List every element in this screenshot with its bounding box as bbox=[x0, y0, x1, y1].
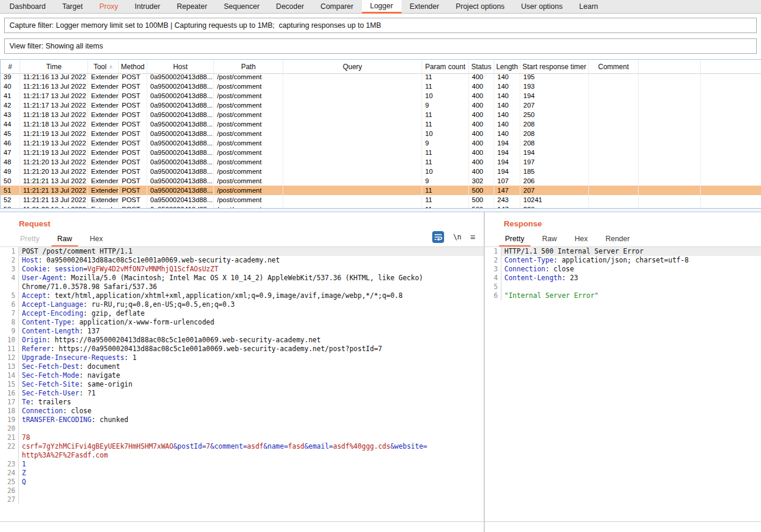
code-line[interactable]: 14Sec-Fetch-Mode: navigate bbox=[0, 371, 484, 380]
code-line[interactable]: 5 bbox=[485, 283, 761, 291]
log-row-50[interactable]: 5011:21:21 13 Jul 2022ExtenderPOST0a9500… bbox=[1, 176, 761, 186]
horizontal-splitter[interactable] bbox=[0, 208, 761, 212]
code-line[interactable]: http%3A%2F%2Fasdf.com bbox=[0, 451, 484, 460]
menu-tab-decoder[interactable]: Decoder bbox=[268, 0, 312, 13]
column-header-comment[interactable]: Comment bbox=[589, 60, 639, 73]
code-line[interactable]: 7Accept-Encoding: gzip, deflate bbox=[0, 309, 484, 318]
cell-filler bbox=[639, 205, 701, 208]
menu-tab-proxy[interactable]: Proxy bbox=[91, 0, 127, 13]
code-segment: Chrome/71.0.3578.98 Safari/537.36 bbox=[22, 283, 157, 291]
code-text: Connection: close bbox=[19, 407, 484, 416]
code-line[interactable]: 10Origin: https://0a9500020413d88ac08c5c… bbox=[0, 336, 484, 345]
code-line[interactable]: 11Referer: https://0a9500020413d88ac08c5… bbox=[0, 345, 484, 353]
code-line[interactable]: 1POST /post/comment HTTP/1.1 bbox=[0, 247, 484, 256]
code-line[interactable]: 8Content-Type: application/x-www-form-ur… bbox=[0, 318, 484, 327]
log-row-51[interactable]: 5111:21:21 13 Jul 2022ExtenderPOST0a9500… bbox=[1, 186, 761, 195]
menu-tab-logger[interactable]: Logger bbox=[362, 0, 401, 14]
code-line[interactable]: 6"Internal Server Error" bbox=[485, 291, 761, 300]
code-line[interactable]: 19tRANSFER-ENCODING: chunked bbox=[0, 416, 484, 424]
response-tab-hex[interactable]: Hex bbox=[569, 232, 594, 246]
cell-status: 302 bbox=[469, 176, 494, 186]
cell-query bbox=[283, 205, 422, 208]
code-line[interactable]: 13Sec-Fetch-Dest: document bbox=[0, 362, 484, 371]
log-row-52[interactable]: 5211:21:21 13 Jul 2022ExtenderPOST0a9500… bbox=[1, 195, 761, 205]
menu-tab-intruder[interactable]: Intruder bbox=[127, 0, 169, 13]
log-row-40[interactable]: 4011:21:16 13 Jul 2022ExtenderPOST0a9500… bbox=[1, 82, 761, 91]
column-header-status[interactable]: Status bbox=[469, 60, 494, 73]
view-filter-bar[interactable]: View filter: Showing all items bbox=[4, 38, 757, 54]
cell-host: 0a9500020413d88... bbox=[147, 138, 214, 148]
code-line[interactable]: 3Cookie: session=VgFWy4D2vMfON7vMNMhjQ1S… bbox=[0, 265, 484, 274]
request-tab-hex[interactable]: Hex bbox=[84, 232, 109, 246]
menu-tab-comparer[interactable]: Comparer bbox=[312, 0, 362, 13]
code-line[interactable]: 6Accept-Language: ru-RU,ru;q=0.8,en-US;q… bbox=[0, 300, 484, 309]
column-header-start-response-timer[interactable]: Start response timer bbox=[520, 60, 589, 73]
response-editor[interactable]: 1HTTP/1.1 500 Internal Server Error2Cont… bbox=[485, 247, 761, 522]
menu-tab-target[interactable]: Target bbox=[54, 0, 91, 13]
log-row-43[interactable]: 4311:21:18 13 Jul 2022ExtenderPOST0a9500… bbox=[1, 110, 761, 119]
log-row-41[interactable]: 4111:21:17 13 Jul 2022ExtenderPOST0a9500… bbox=[1, 91, 761, 100]
column-header-[interactable]: # bbox=[1, 60, 20, 73]
request-editor[interactable]: 1POST /post/comment HTTP/1.12Host: 0a950… bbox=[0, 247, 484, 522]
code-line[interactable]: 18Connection: close bbox=[0, 407, 484, 416]
log-row-46[interactable]: 4611:21:19 13 Jul 2022ExtenderPOST0a9500… bbox=[1, 138, 761, 148]
column-header-path[interactable]: Path bbox=[214, 60, 283, 73]
request-tab-pretty[interactable]: Pretty bbox=[14, 232, 46, 246]
soft-wrap-icon[interactable] bbox=[432, 231, 444, 243]
code-line[interactable]: 26 bbox=[0, 486, 484, 495]
menu-tab-learn[interactable]: Learn bbox=[571, 0, 607, 13]
column-header-tool[interactable]: Tool∧ bbox=[88, 60, 119, 73]
menu-tab-project-options[interactable]: Project options bbox=[448, 0, 513, 13]
log-table-body[interactable]: 3911:21:16 13 Jul 2022ExtenderPOST0a9500… bbox=[1, 74, 761, 208]
column-header-method[interactable]: Method bbox=[119, 60, 147, 73]
code-line[interactable]: 2178 bbox=[0, 433, 484, 442]
code-line[interactable]: 20 bbox=[0, 424, 484, 433]
code-line[interactable]: 27 bbox=[0, 495, 484, 504]
menu-tab-dashboard[interactable]: Dashboard bbox=[1, 0, 54, 13]
line-number: 4 bbox=[485, 274, 501, 283]
column-header-host[interactable]: Host bbox=[147, 60, 214, 73]
code-line[interactable]: 9Content-Length: 137 bbox=[0, 327, 484, 336]
cell-method: POST bbox=[119, 119, 147, 129]
cell-length: 140 bbox=[494, 119, 520, 129]
code-line[interactable]: 22csrf=7gYzhMCiFvi4gBEyUEEk7HmHSHM7xWAO&… bbox=[0, 442, 484, 451]
code-line[interactable]: 5Accept: text/html,application/xhtml+xml… bbox=[0, 291, 484, 300]
column-header-length[interactable]: Length bbox=[494, 60, 520, 73]
log-row-44[interactable]: 4411:21:18 13 Jul 2022ExtenderPOST0a9500… bbox=[1, 119, 761, 129]
log-row-39[interactable]: 3911:21:16 13 Jul 2022ExtenderPOST0a9500… bbox=[1, 74, 761, 82]
log-row-53[interactable]: 5311:21:22 13 Jul 2022ExtenderPOST0a9500… bbox=[1, 205, 761, 208]
code-line[interactable]: 1HTTP/1.1 500 Internal Server Error bbox=[485, 247, 761, 256]
column-header-query[interactable]: Query bbox=[283, 60, 422, 73]
code-line[interactable]: 3Connection: close bbox=[485, 265, 761, 274]
editor-menu-icon[interactable]: ≡ bbox=[470, 233, 475, 241]
code-line[interactable]: 25Q bbox=[0, 478, 484, 486]
code-line[interactable]: Chrome/71.0.3578.98 Safari/537.36 bbox=[0, 283, 484, 291]
menu-tab-user-options[interactable]: User options bbox=[513, 0, 571, 13]
column-header-time[interactable]: Time bbox=[20, 60, 88, 73]
menu-tab-sequencer[interactable]: Sequencer bbox=[215, 0, 267, 13]
newline-toggle-icon[interactable]: \n bbox=[453, 233, 461, 241]
capture-filter-bar[interactable]: Capture filter: Logger memory limit set … bbox=[4, 18, 757, 33]
code-line[interactable]: 15Sec-Fetch-Site: same-origin bbox=[0, 380, 484, 389]
code-line[interactable]: 2Host: 0a9500020413d88ac08c5c1e001a0069.… bbox=[0, 256, 484, 265]
response-tab-pretty[interactable]: Pretty bbox=[499, 232, 530, 246]
code-line[interactable]: 24Z bbox=[0, 469, 484, 478]
log-row-49[interactable]: 4911:21:20 13 Jul 2022ExtenderPOST0a9500… bbox=[1, 167, 761, 176]
log-row-42[interactable]: 4211:21:17 13 Jul 2022ExtenderPOST0a9500… bbox=[1, 100, 761, 110]
menu-tab-extender[interactable]: Extender bbox=[401, 0, 448, 13]
column-header-param-count[interactable]: Param count bbox=[422, 60, 469, 73]
response-tab-raw[interactable]: Raw bbox=[536, 232, 563, 246]
log-row-47[interactable]: 4711:21:19 13 Jul 2022ExtenderPOST0a9500… bbox=[1, 148, 761, 157]
log-row-45[interactable]: 4511:21:19 13 Jul 2022ExtenderPOST0a9500… bbox=[1, 129, 761, 138]
code-line[interactable]: 12Upgrade-Insecure-Requests: 1 bbox=[0, 353, 484, 362]
code-line[interactable]: 231 bbox=[0, 460, 484, 469]
code-line[interactable]: 16Sec-Fetch-User: ?1 bbox=[0, 389, 484, 398]
code-line[interactable]: 4Content-Length: 23 bbox=[485, 274, 761, 283]
response-tab-render[interactable]: Render bbox=[600, 232, 636, 246]
code-line[interactable]: 17Te: trailers bbox=[0, 398, 484, 407]
log-row-48[interactable]: 4811:21:20 13 Jul 2022ExtenderPOST0a9500… bbox=[1, 157, 761, 167]
code-line[interactable]: 2Content-Type: application/json; charset… bbox=[485, 256, 761, 265]
menu-tab-repeater[interactable]: Repeater bbox=[169, 0, 215, 13]
request-tab-raw[interactable]: Raw bbox=[51, 232, 78, 246]
code-line[interactable]: 4User-Agent: Mozilla/5.0 (Macintosh; Int… bbox=[0, 274, 484, 283]
